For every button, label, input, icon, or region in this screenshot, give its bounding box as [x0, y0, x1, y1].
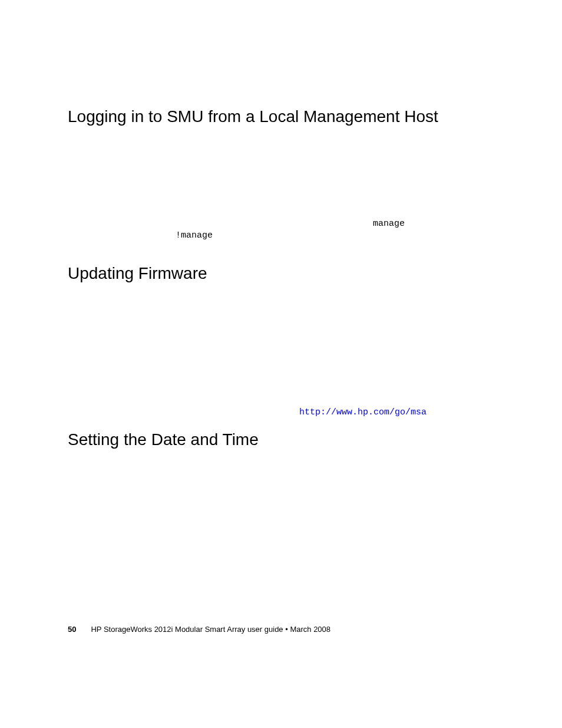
footer-doc-info: HP StorageWorks 2012i Modular Smart Arra… — [91, 625, 330, 634]
footer-doc-title: HP StorageWorks 2012i Modular Smart Arra… — [91, 625, 283, 634]
hyperlink-msa[interactable]: http://www.hp.com/go/msa — [299, 407, 427, 417]
section-login-smu: Logging in to SMU from a Local Managemen… — [68, 106, 494, 230]
section-updating-firmware: Updating Firmware — [68, 263, 494, 396]
footer-separator: • — [285, 625, 288, 634]
page-number: 50 — [68, 625, 76, 634]
document-page: Logging in to SMU from a Local Managemen… — [0, 0, 562, 450]
heading-updating-firmware: Updating Firmware — [68, 263, 494, 284]
heading-login-smu: Logging in to SMU from a Local Managemen… — [68, 106, 494, 127]
section-date-time: Setting the Date and Time — [68, 429, 494, 450]
code-text-exclam-manage: !manage — [176, 230, 213, 241]
footer-date: March 2008 — [290, 625, 330, 634]
heading-date-time: Setting the Date and Time — [68, 429, 494, 450]
code-text-manage: manage — [373, 219, 405, 229]
page-footer: 50 HP StorageWorks 2012i Modular Smart A… — [68, 625, 330, 634]
